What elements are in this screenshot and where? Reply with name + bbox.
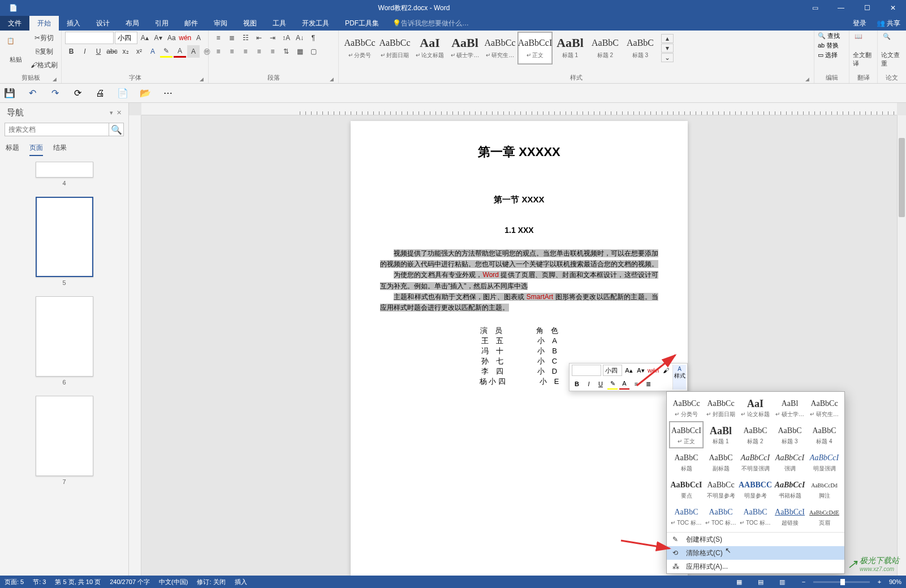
tab-review[interactable]: 审阅	[206, 16, 235, 31]
styles-menu-item[interactable]: ⁂应用样式(A)...	[667, 560, 844, 573]
share-button[interactable]: 👥 共享	[877, 19, 900, 28]
mini-bold-icon[interactable]: B	[572, 378, 582, 390]
style-popup-item[interactable]: AaBbCc↵ 封面日期	[704, 394, 738, 421]
style-popup-item[interactable]: AaI↵ 论文标题	[738, 394, 773, 421]
view-read-icon[interactable]: ▦	[733, 577, 745, 587]
tab-references[interactable]: 引用	[147, 16, 176, 31]
highlight-icon[interactable]: ✎	[160, 45, 172, 58]
indent-right-icon[interactable]: ⇥	[266, 32, 279, 44]
undo-icon[interactable]: ↶	[26, 87, 38, 100]
style-popup-item[interactable]: AaBbC↵ TOC 标…	[738, 503, 773, 530]
dialog-launcher-icon[interactable]: ◢	[53, 76, 57, 82]
style-popup-item[interactable]: AaBbCc不明显参考	[704, 475, 738, 503]
style-popup-item[interactable]: AaBbC标题 4	[807, 421, 842, 448]
replace-button[interactable]: ab 替换	[818, 41, 839, 50]
style-popup-item[interactable]: AaBbC↵ TOC 标…	[704, 503, 738, 530]
borders-icon[interactable]: ▢	[307, 45, 320, 58]
multilevel-icon[interactable]: ☷	[239, 32, 252, 44]
tab-pdf[interactable]: PDF工具集	[337, 16, 387, 31]
dialog-launcher-icon[interactable]: ◢	[805, 76, 809, 82]
phonetic-icon[interactable]: wén	[179, 32, 191, 44]
font-color-icon[interactable]: A	[174, 45, 186, 58]
sort-icon[interactable]: A↓	[294, 32, 306, 44]
minimize-icon[interactable]: —	[828, 0, 854, 16]
styles-scroll-up-icon[interactable]: ▴	[661, 34, 674, 43]
indent-left-icon[interactable]: ⇤	[253, 32, 265, 44]
text-direction-icon[interactable]: ↕A	[280, 32, 292, 44]
maximize-icon[interactable]: ☐	[854, 0, 880, 16]
zoom-in-icon[interactable]: +	[873, 577, 886, 587]
mini-underline-icon[interactable]: U	[596, 378, 606, 390]
style-gallery-item[interactable]: AaBbCc↵ 分类号	[342, 32, 377, 64]
nav-tab-headings[interactable]: 标题	[6, 141, 19, 156]
mini-font-color-icon[interactable]: A	[619, 378, 629, 390]
distribute-icon[interactable]: ≡	[266, 45, 279, 58]
text-effects-icon[interactable]: A	[146, 45, 159, 58]
style-gallery-item[interactable]: AaBbCc↵ 封面日期	[377, 32, 412, 64]
repeat-icon[interactable]: ⟳	[71, 87, 84, 100]
justify-icon[interactable]: ≡	[253, 45, 265, 58]
qat-new-icon[interactable]: 📄	[117, 87, 129, 100]
style-popup-item[interactable]: AaBbCcDdE页眉	[807, 503, 842, 530]
scrollbar-thumb[interactable]	[899, 138, 905, 217]
copy-button[interactable]: ⎘ 复制	[31, 45, 58, 58]
mini-italic-icon[interactable]: I	[584, 378, 594, 390]
style-popup-item[interactable]: AaBbC标题 2	[738, 421, 773, 448]
ruler-vertical[interactable]	[129, 115, 141, 576]
char-border-icon[interactable]: A	[192, 32, 205, 44]
show-marks-icon[interactable]: ¶	[307, 32, 320, 44]
style-popup-item[interactable]: AaBbC↵ TOC 标…	[669, 503, 704, 530]
underline-icon[interactable]: U	[92, 45, 105, 58]
zoom-value[interactable]: 90%	[889, 578, 901, 585]
style-popup-item[interactable]: AaBbCc↵ 分类号	[669, 394, 704, 421]
grow-font-icon[interactable]: A▴	[139, 32, 151, 44]
translate-button[interactable]: 📖全文翻译	[853, 32, 874, 69]
save-icon[interactable]: 💾	[3, 87, 16, 100]
style-gallery-item[interactable]: AaBl↵ 硕士学…	[447, 32, 482, 64]
style-popup-item[interactable]: AaBbC标题 3	[773, 421, 807, 448]
style-popup-item[interactable]: AaBl↵ 硕士学…	[773, 394, 807, 421]
nav-tab-results[interactable]: 结果	[53, 141, 67, 156]
view-web-icon[interactable]: ▥	[776, 577, 788, 587]
status-insert[interactable]: 插入	[235, 578, 247, 586]
style-popup-item[interactable]: AaBbCcI不明显强调	[738, 448, 773, 475]
style-gallery-item[interactable]: AaBbCcI↵ 正文	[517, 32, 553, 64]
qat-open-icon[interactable]: 📂	[139, 87, 152, 100]
numbering-icon[interactable]: ≣	[226, 32, 238, 44]
style-popup-item[interactable]: AaBbCcI↵ 正文	[669, 421, 704, 448]
page-thumbnail[interactable]: 7	[0, 396, 128, 485]
qat-print-icon[interactable]: 🖨	[94, 87, 106, 100]
tell-me[interactable]: 💡 告诉我您想要做什么…	[387, 16, 474, 31]
style-popup-item[interactable]: AaBbC副标题	[704, 448, 738, 475]
style-gallery-item[interactable]: AaBbC标题 2	[588, 32, 623, 64]
mini-highlight-icon[interactable]: ✎	[607, 378, 618, 390]
align-left-icon[interactable]: ≡	[212, 45, 225, 58]
styles-menu-item[interactable]: ✎创建样式(S)	[667, 533, 844, 546]
page-thumbnail[interactable]: 6	[0, 296, 128, 386]
nav-close-icon[interactable]: ✕	[117, 109, 122, 116]
tab-tools[interactable]: 工具	[265, 16, 294, 31]
styles-more-icon[interactable]: ⌄	[661, 53, 674, 62]
style-popup-item[interactable]: AaBbCcI明显强调	[807, 448, 842, 475]
style-popup-item[interactable]: AaBbCcI要点	[669, 475, 704, 503]
styles-gallery[interactable]: AaBbCc↵ 分类号AaBbCc↵ 封面日期AaI↵ 论文标题AaBl↵ 硕士…	[342, 32, 658, 64]
zoom-out-icon[interactable]: −	[797, 577, 810, 587]
tab-file[interactable]: 文件	[0, 16, 29, 31]
char-shading-icon[interactable]: A	[187, 45, 200, 58]
status-language[interactable]: 中文(中国)	[159, 578, 188, 586]
style-popup-item[interactable]: AaBbCcI强调	[773, 448, 807, 475]
format-painter-button[interactable]: 🖌 格式刷	[31, 59, 58, 71]
page-thumbnail[interactable]: 5	[0, 197, 128, 286]
mini-size-input[interactable]	[603, 365, 622, 376]
ribbon-options-icon[interactable]: ▭	[802, 0, 828, 16]
line-spacing-icon[interactable]: ⇅	[280, 45, 292, 58]
login-button[interactable]: 登录	[853, 19, 866, 28]
find-button[interactable]: 🔍 查找	[818, 32, 840, 40]
tab-home[interactable]: 开始	[29, 16, 59, 31]
subscript-icon[interactable]: x₂	[119, 45, 132, 58]
bullets-icon[interactable]: ≡	[212, 32, 225, 44]
style-gallery-item[interactable]: AaBbC标题 3	[623, 32, 658, 64]
align-right-icon[interactable]: ≡	[239, 45, 252, 58]
tab-view[interactable]: 视图	[235, 16, 265, 31]
search-icon[interactable]: 🔍	[109, 123, 124, 136]
